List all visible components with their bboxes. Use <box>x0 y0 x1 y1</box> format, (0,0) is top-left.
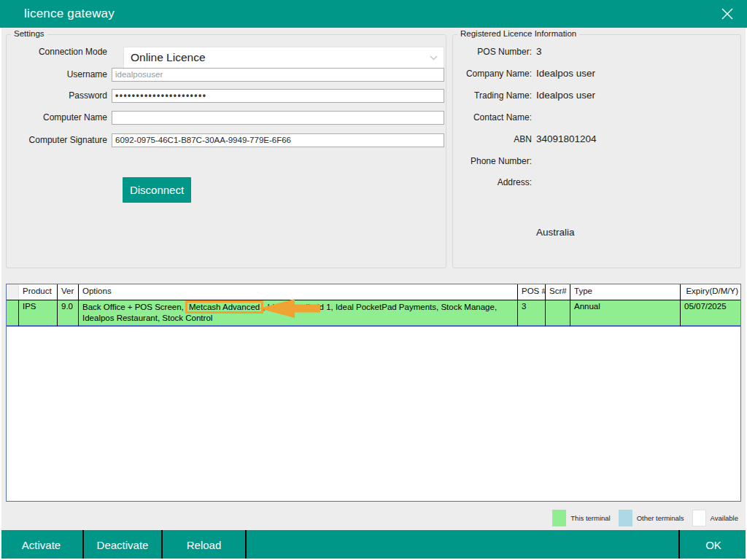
table-row[interactable]: IPS 9.0 Back Office + POS Screen, Metcas… <box>7 300 740 327</box>
licence-table: Product Ver Options POS # Scr# Type Expi… <box>6 284 741 502</box>
cell-product: IPS <box>19 300 58 327</box>
connection-mode-value: Online Licence <box>131 51 206 64</box>
header-product[interactable]: Product <box>19 284 58 300</box>
pos-number-label: POS Number: <box>453 47 532 57</box>
connection-mode-row: Connection Mode Online Licence <box>7 41 446 63</box>
title-bar: licence gateway <box>0 0 747 28</box>
bottom-bar-spacer <box>247 530 678 560</box>
settings-group-label: Settings <box>11 29 47 38</box>
company-name-value: Idealpos user <box>536 68 595 79</box>
deactivate-button[interactable]: Deactivate <box>84 530 161 560</box>
close-icon <box>720 7 735 21</box>
header-expiry[interactable]: Expiry(D/M/Y) <box>681 284 740 300</box>
address-label: Address: <box>453 177 532 187</box>
bottom-action-bar: Activate Deactivate Reload OK <box>0 530 747 560</box>
header-options[interactable]: Options <box>79 284 518 300</box>
phone-number-label: Phone Number: <box>453 156 532 166</box>
legend-other-terminals-label: Other terminals <box>637 514 684 522</box>
computer-signature-input[interactable]: 6092-0975-46C1-B87C-30AA-9949-779E-6F66 <box>112 133 444 147</box>
disconnect-button[interactable]: Disconnect <box>123 177 191 203</box>
close-button[interactable] <box>716 4 738 23</box>
legend-available-label: Available <box>711 514 738 522</box>
cell-ver: 9.0 <box>58 300 79 327</box>
cell-expiry: 05/07/2025 <box>681 300 740 327</box>
licence-info-group-label: Registered Licence Information <box>457 29 579 38</box>
cell-pos: 3 <box>518 300 546 327</box>
connection-mode-label: Connection Mode <box>7 41 107 63</box>
legend-available-swatch <box>692 510 706 526</box>
pos-number-value: 3 <box>536 46 542 57</box>
legend-this-terminal-swatch <box>552 510 566 526</box>
computer-name-input[interactable] <box>112 111 444 125</box>
abn-value: 34091801204 <box>536 133 597 144</box>
trading-name-label: Trading Name: <box>453 90 532 101</box>
licence-gateway-window: licence gateway Settings Connection Mode… <box>0 0 747 560</box>
abn-label: ABN <box>453 134 532 144</box>
contact-name-label: Contact Name: <box>453 112 532 122</box>
header-pos[interactable]: POS # <box>518 284 546 300</box>
country-value: Australia <box>536 227 575 238</box>
ok-button[interactable]: OK <box>680 530 747 560</box>
computer-name-label: Computer Name <box>7 111 107 125</box>
table-header-row: Product Ver Options POS # Scr# Type Expi… <box>7 284 740 300</box>
company-name-label: Company Name: <box>453 69 532 79</box>
computer-name-row: Computer Name <box>7 111 446 125</box>
computer-signature-label: Computer Signature <box>7 133 107 147</box>
table-corner-cell <box>7 284 19 300</box>
username-label: Username <box>7 68 107 82</box>
reload-button[interactable]: Reload <box>163 530 245 560</box>
cell-options: Back Office + POS Screen, Metcash Advanc… <box>79 300 518 327</box>
computer-signature-row: Computer Signature 6092-0975-46C1-B87C-3… <box>7 133 446 147</box>
window-frame-left <box>0 28 1 560</box>
legend-this-terminal-label: This terminal <box>570 514 610 522</box>
header-scr[interactable]: Scr# <box>546 284 570 300</box>
cell-type: Annual <box>570 300 681 327</box>
username-row: Username idealposuser <box>7 68 446 82</box>
terminal-legend: This terminal Other terminals Available <box>552 508 740 527</box>
trading-name-value: Idealpos user <box>536 90 595 101</box>
options-highlight-box: Metcash Advanced <box>185 300 263 314</box>
chevron-down-icon <box>430 55 438 61</box>
window-title: licence gateway <box>24 7 115 21</box>
header-type[interactable]: Type <box>570 284 681 300</box>
activate-button[interactable]: Activate <box>0 530 82 560</box>
connection-mode-select[interactable]: Online Licence <box>123 47 444 69</box>
password-label: Password <box>7 89 107 103</box>
legend-other-terminals-swatch <box>619 510 632 526</box>
password-input[interactable]: •••••••••••••••••••••• <box>112 89 444 103</box>
row-header-cell <box>7 300 19 327</box>
cell-scr <box>546 300 570 327</box>
username-input[interactable]: idealposuser <box>112 68 444 82</box>
options-text-before: Back Office + POS Screen, <box>82 303 186 311</box>
header-ver[interactable]: Ver <box>58 284 79 300</box>
settings-group: Settings Connection Mode Online Licence … <box>6 34 446 268</box>
licence-info-group: Registered Licence Information POS Numbe… <box>452 34 741 268</box>
password-row: Password •••••••••••••••••••••• <box>7 89 446 103</box>
